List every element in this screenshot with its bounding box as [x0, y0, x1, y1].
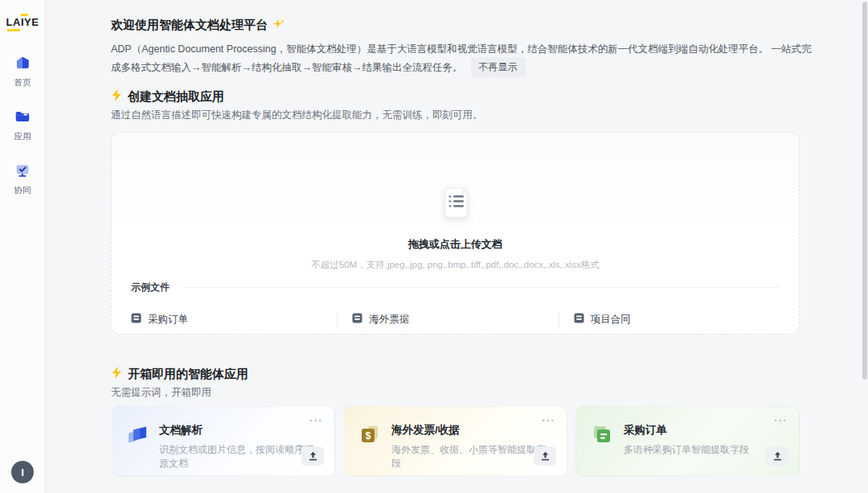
card-title: 文档解析 — [159, 423, 320, 438]
sample-file-overseas-bill[interactable]: 海外票据 — [337, 312, 558, 327]
card-description: 识别文档或图片信息，按阅读顺序还原文档 — [159, 443, 320, 470]
divider — [181, 287, 780, 288]
upload-icon — [308, 451, 318, 462]
more-options-icon[interactable]: ··· — [774, 417, 788, 425]
card-text: 采购订单 多语种采购订单智能提取字段 — [624, 423, 749, 457]
file-icon — [352, 312, 362, 327]
sample-files-header: 示例文件 — [131, 281, 780, 294]
card-text: 海外发票/收据 海外发票、收据、小票等智能提取字段 — [391, 423, 552, 470]
sample-file-name: 项目合同 — [591, 313, 631, 327]
card-upload-button[interactable] — [534, 446, 556, 466]
lightning-icon — [111, 88, 122, 105]
welcome-description: ADP（Agentic Document Processing，智能体文档处理）… — [111, 43, 812, 73]
sidebar: LAIYE 首页 应用 — [0, 0, 46, 493]
sparkles-icon — [272, 18, 285, 33]
card-text: 文档解析 识别文档或图片信息，按阅读顺序还原文档 — [159, 423, 320, 470]
sample-file-purchase-order[interactable]: 采购订单 — [131, 312, 337, 327]
more-options-icon[interactable]: ··· — [309, 417, 323, 425]
sidebar-item-collaboration[interactable]: 协同 — [14, 162, 31, 196]
app-card-purchase-order[interactable]: 采购订单 多语种采购订单智能提取字段 ··· — [575, 406, 800, 476]
upload-dropzone[interactable]: 拖拽或点击上传文档 不超过50M，支持.jpeg,.jpg,.png,.bmp,… — [111, 132, 800, 335]
sample-file-project-contract[interactable]: 项目合同 — [559, 312, 780, 327]
page-title: 欢迎使用智能体文档处理平台 — [111, 18, 268, 33]
sidebar-item-apps[interactable]: 应用 — [14, 108, 31, 142]
sample-file-name: 海外票据 — [369, 313, 409, 327]
apps-section-subtitle: 无需提示词，开箱即用 — [111, 386, 211, 400]
file-icon — [574, 312, 584, 327]
purchase-order-icon — [591, 423, 613, 449]
sidebar-item-home[interactable]: 首页 — [14, 54, 31, 88]
sidebar-item-label: 协同 — [14, 185, 31, 196]
home-icon — [14, 54, 31, 75]
collaboration-icon — [14, 162, 31, 183]
scrollbar-thumb[interactable] — [862, 2, 867, 380]
apps-section-title: 开箱即用的智能体应用 — [128, 367, 248, 382]
app-card-overseas-invoice[interactable]: $ 海外发票/收据 海外发票、收据、小票等智能提取字段 ··· — [343, 406, 567, 476]
overseas-invoice-icon: $ — [358, 423, 381, 449]
sidebar-item-label: 应用 — [14, 131, 31, 142]
more-options-icon[interactable]: ··· — [542, 417, 555, 425]
sample-files: 示例文件 采购订单 海外票据 — [131, 281, 780, 327]
card-upload-button[interactable] — [301, 446, 324, 466]
upload-icon — [772, 451, 783, 462]
create-section-title: 创建文档抽取应用 — [128, 89, 224, 105]
document-parsing-icon — [126, 423, 149, 449]
sidebar-item-label: 首页 — [14, 77, 31, 88]
apps-section-header: 开箱即用的智能体应用 — [111, 366, 248, 382]
sample-files-row: 采购订单 海外票据 项目合同 — [131, 312, 780, 327]
sample-files-label: 示例文件 — [131, 281, 170, 294]
card-description: 多语种采购订单智能提取字段 — [624, 443, 749, 457]
card-title: 采购订单 — [624, 423, 749, 438]
main-content: 欢迎使用智能体文档处理平台 ADP（Agentic Document Proce… — [111, 0, 800, 493]
sidebar-nav: 首页 应用 协同 — [14, 54, 31, 196]
upload-icon — [540, 451, 551, 462]
card-title: 海外发票/收据 — [391, 423, 552, 438]
apps-icon — [14, 108, 31, 129]
welcome-description-block: ADP（Agentic Document Processing，智能体文档处理）… — [111, 41, 812, 77]
user-avatar[interactable]: I — [11, 461, 34, 483]
app-card-document-parsing[interactable]: 文档解析 识别文档或图片信息，按阅读顺序还原文档 ··· — [111, 406, 335, 476]
lightning-icon — [111, 366, 122, 382]
sample-file-name: 采购订单 — [148, 313, 188, 327]
upload-hint-text: 不超过50M，支持.jpeg,.jpg,.png,.bmp,.tiff,.pdf… — [112, 259, 799, 271]
app-cards-row: 文档解析 识别文档或图片信息，按阅读顺序还原文档 ··· $ 海外发票 — [111, 406, 800, 476]
create-section-header: 创建文档抽取应用 — [111, 88, 224, 105]
create-section-subtitle: 通过自然语言描述即可快速构建专属的文档结构化提取能力，无需训练，即刻可用。 — [111, 109, 483, 122]
document-upload-icon — [437, 184, 474, 224]
dismiss-button[interactable]: 不再显示 — [471, 57, 526, 77]
welcome-banner-title: 欢迎使用智能体文档处理平台 — [111, 18, 285, 33]
card-description: 海外发票、收据、小票等智能提取字段 — [391, 443, 552, 470]
upload-prompt: 拖拽或点击上传文档 不超过50M，支持.jpeg,.jpg,.png,.bmp,… — [112, 184, 799, 271]
file-icon — [131, 312, 141, 327]
scrollbar-track[interactable] — [862, 0, 867, 493]
upload-main-text: 拖拽或点击上传文档 — [112, 237, 799, 252]
card-upload-button[interactable] — [766, 446, 788, 466]
laiye-logo: LAIYE — [5, 13, 41, 31]
svg-text:$: $ — [366, 430, 371, 442]
